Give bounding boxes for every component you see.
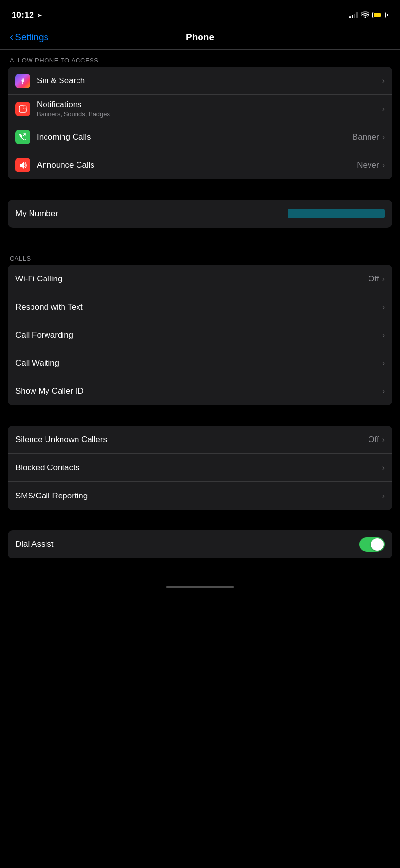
call-forwarding-right: ›	[382, 331, 385, 340]
respond-with-text-right: ›	[382, 303, 385, 311]
back-label: Settings	[15, 32, 48, 43]
silence-unknown-value: Off	[368, 435, 379, 445]
notifications-subtitle: Banners, Sounds, Badges	[37, 110, 382, 118]
my-number-group: My Number	[8, 200, 392, 228]
notifications-row[interactable]: Notifications Banners, Sounds, Badges ›	[8, 95, 392, 123]
status-time: 10:12	[12, 10, 34, 20]
dial-assist-title: Dial Assist	[15, 540, 53, 549]
wifi-calling-value: Off	[368, 274, 379, 284]
calls-group: Wi-Fi Calling Off › Respond with Text › …	[8, 265, 392, 405]
calls-header: CALLS	[0, 248, 400, 265]
chevron-right-icon: ›	[382, 387, 385, 396]
svg-point-1	[22, 79, 24, 82]
bottom-spacer	[0, 558, 400, 578]
respond-with-text-row[interactable]: Respond with Text ›	[8, 293, 392, 321]
incoming-calls-value: Banner	[353, 132, 379, 142]
incoming-calls-icon	[15, 130, 30, 144]
group-separator-2	[0, 231, 400, 248]
dial-assist-row[interactable]: Dial Assist	[8, 530, 392, 558]
siri-search-title: Siri & Search	[37, 76, 382, 86]
home-bar	[166, 586, 234, 588]
signal-icon	[349, 12, 358, 18]
group-separator-4	[0, 513, 400, 530]
redacted-number	[288, 209, 385, 218]
status-bar: 10:12 ➤	[0, 0, 400, 27]
show-caller-id-row[interactable]: Show My Caller ID ›	[8, 377, 392, 405]
sms-call-reporting-content: SMS/Call Reporting	[15, 491, 382, 501]
chevron-right-icon: ›	[382, 77, 385, 85]
call-forwarding-title: Call Forwarding	[15, 330, 382, 340]
chevron-right-icon: ›	[382, 105, 385, 113]
chevron-right-icon: ›	[382, 435, 385, 444]
blocked-contacts-title: Blocked Contacts	[15, 463, 382, 473]
svg-marker-5	[20, 162, 24, 169]
my-number-label: My Number	[15, 209, 58, 218]
wifi-calling-title: Wi-Fi Calling	[15, 274, 368, 284]
chevron-right-icon: ›	[382, 331, 385, 340]
notifications-right: ›	[382, 105, 385, 113]
notifications-icon	[15, 102, 30, 116]
blocked-contacts-content: Blocked Contacts	[15, 463, 382, 473]
siri-search-row[interactable]: Siri & Search ›	[8, 67, 392, 95]
wifi-calling-right: Off ›	[368, 274, 385, 284]
blocked-contacts-right: ›	[382, 464, 385, 472]
nav-bar: ‹ Settings Phone	[0, 27, 400, 50]
chevron-right-icon: ›	[382, 303, 385, 311]
chevron-right-icon: ›	[382, 492, 385, 500]
group-separator-3	[0, 408, 400, 426]
siri-icon	[15, 74, 30, 88]
home-indicator	[0, 578, 400, 592]
chevron-right-icon: ›	[382, 133, 385, 141]
page-title: Phone	[186, 32, 214, 43]
announce-calls-content: Announce Calls	[37, 160, 357, 170]
notifications-title: Notifications	[37, 100, 382, 109]
call-waiting-title: Call Waiting	[15, 358, 382, 368]
show-caller-id-right: ›	[382, 387, 385, 396]
status-icons	[349, 11, 388, 19]
back-chevron-icon: ‹	[10, 31, 13, 44]
silence-unknown-title: Silence Unknown Callers	[15, 435, 368, 445]
more-settings-group: Silence Unknown Callers Off › Blocked Co…	[8, 426, 392, 510]
blocked-contacts-row[interactable]: Blocked Contacts ›	[8, 454, 392, 482]
my-number-value	[288, 209, 385, 219]
chevron-right-icon: ›	[382, 161, 385, 170]
respond-with-text-content: Respond with Text	[15, 302, 382, 312]
call-waiting-content: Call Waiting	[15, 358, 382, 368]
siri-search-content: Siri & Search	[37, 76, 382, 86]
silence-unknown-right: Off ›	[368, 435, 385, 445]
silence-unknown-content: Silence Unknown Callers	[15, 435, 368, 445]
call-waiting-right: ›	[382, 359, 385, 368]
allow-phone-header: ALLOW PHONE TO ACCESS	[0, 50, 400, 67]
sms-call-reporting-right: ›	[382, 492, 385, 500]
siri-search-right: ›	[382, 77, 385, 85]
group-separator-1	[0, 182, 400, 200]
announce-calls-right: Never ›	[357, 160, 385, 170]
sms-call-reporting-row[interactable]: SMS/Call Reporting ›	[8, 482, 392, 510]
call-forwarding-row[interactable]: Call Forwarding ›	[8, 321, 392, 349]
show-caller-id-title: Show My Caller ID	[15, 387, 382, 396]
call-forwarding-content: Call Forwarding	[15, 330, 382, 340]
show-caller-id-content: Show My Caller ID	[15, 387, 382, 396]
toggle-knob	[371, 538, 384, 551]
announce-calls-row[interactable]: Announce Calls Never ›	[8, 151, 392, 179]
wifi-calling-content: Wi-Fi Calling	[15, 274, 368, 284]
sms-call-reporting-title: SMS/Call Reporting	[15, 491, 382, 501]
announce-calls-value: Never	[357, 160, 379, 170]
silence-unknown-row[interactable]: Silence Unknown Callers Off ›	[8, 426, 392, 454]
notifications-content: Notifications Banners, Sounds, Badges	[37, 100, 382, 118]
allow-phone-group: Siri & Search › Notifications Banners, S…	[8, 67, 392, 179]
chevron-right-icon: ›	[382, 275, 385, 283]
wifi-icon	[361, 11, 369, 19]
announce-calls-icon	[15, 158, 30, 172]
back-button[interactable]: ‹ Settings	[10, 31, 48, 44]
incoming-calls-content: Incoming Calls	[37, 132, 353, 142]
incoming-calls-title: Incoming Calls	[37, 132, 353, 142]
svg-point-4	[23, 105, 27, 108]
location-icon: ➤	[37, 12, 42, 19]
wifi-calling-row[interactable]: Wi-Fi Calling Off ›	[8, 265, 392, 293]
incoming-calls-row[interactable]: Incoming Calls Banner ›	[8, 123, 392, 151]
incoming-calls-right: Banner ›	[353, 132, 385, 142]
dial-assist-toggle[interactable]	[359, 537, 385, 552]
call-waiting-row[interactable]: Call Waiting ›	[8, 349, 392, 377]
my-number-row[interactable]: My Number	[8, 200, 392, 228]
